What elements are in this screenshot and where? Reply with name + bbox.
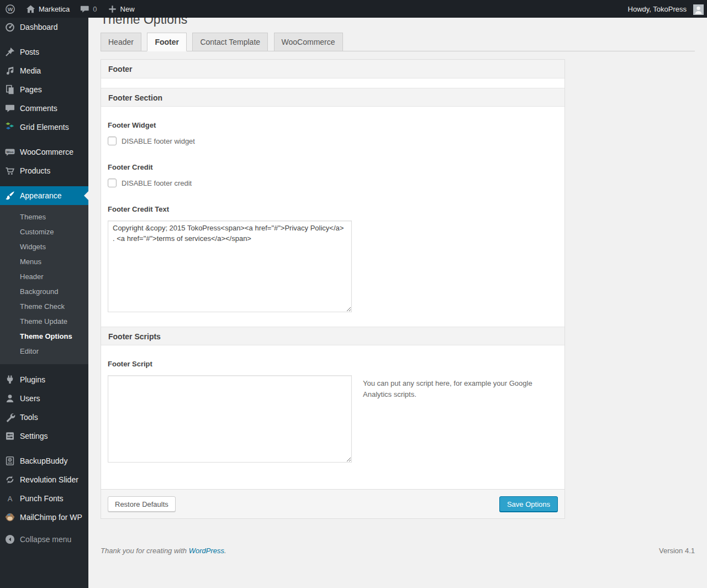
sidebar-item-label: Users [20, 394, 40, 403]
sidebar-item-media[interactable]: Media [0, 61, 88, 80]
settings-sliders-icon [4, 431, 15, 442]
tab-woocommerce[interactable]: WooCommerce [274, 33, 343, 51]
sidebar-item-revolution-slider[interactable]: Revolution Slider [0, 470, 88, 489]
footer-script-textarea[interactable] [108, 375, 352, 463]
sidebar-item-users[interactable]: Users [0, 389, 88, 408]
menu-separator [0, 136, 88, 143]
appearance-submenu: Themes Customize Widgets Menus Header Ba… [0, 205, 88, 364]
wordpress-link[interactable]: WordPress [189, 547, 224, 555]
sidebar-subitem-theme-update[interactable]: Theme Update [0, 314, 88, 329]
tab-header[interactable]: Header [101, 33, 141, 51]
footer-section-title: Footer Section [101, 88, 564, 107]
cart-icon [4, 165, 15, 176]
letter-a-icon: A [4, 493, 15, 504]
wp-logo-menu[interactable]: W [0, 0, 20, 18]
footer-script-help-text: You can put any script here, for example… [363, 378, 534, 400]
tab-footer[interactable]: Footer [147, 33, 187, 51]
pages-icon [4, 84, 15, 95]
comments-icon [4, 103, 15, 114]
disable-footer-widget-checkbox[interactable] [108, 136, 117, 145]
sidebar-subitem-theme-check[interactable]: Theme Check [0, 299, 88, 314]
sidebar-item-label: Products [20, 166, 50, 175]
howdy-label: Howdy, TokoPress [628, 5, 687, 13]
sidebar-subitem-customize[interactable]: Customize [0, 224, 88, 239]
svg-text:A: A [8, 495, 13, 503]
admin-bar-left: W Marketica 0 New [0, 0, 140, 18]
svg-text:W: W [8, 6, 13, 12]
restore-defaults-button[interactable]: Restore Defaults [108, 496, 176, 512]
footer-scripts-title: Footer Scripts [101, 327, 564, 345]
footer-credit-label: Footer Credit [108, 163, 558, 171]
admin-bar: W Marketica 0 New Howdy, TokoPress [0, 0, 707, 18]
wrench-icon [4, 412, 15, 423]
sidebar-item-plugins[interactable]: Plugins [0, 370, 88, 389]
sidebar-item-grid-elements[interactable]: Grid Elements [0, 118, 88, 136]
sidebar-item-backupbuddy[interactable]: BackupBuddy [0, 452, 88, 470]
footer-credit-text-textarea[interactable]: Copyright &copy; 2015 TokoPress<span><a … [108, 221, 352, 312]
comment-bubble-icon [80, 4, 90, 14]
pushpin-icon [4, 46, 15, 57]
admin-bar-right: Howdy, TokoPress [623, 0, 707, 18]
sidebar-item-label: Dashboard [20, 23, 58, 32]
sidebar-subitem-widgets[interactable]: Widgets [0, 239, 88, 254]
sidebar-item-posts[interactable]: Posts [0, 43, 88, 61]
box-gap [101, 78, 564, 88]
sidebar-subitem-themes[interactable]: Themes [0, 209, 88, 224]
sidebar-subitem-background[interactable]: Background [0, 284, 88, 299]
thanks-prefix: Thank you for creating with [101, 547, 189, 555]
account-menu[interactable]: Howdy, TokoPress [623, 0, 707, 18]
theme-options-panel: Footer Footer Section Footer Widget DISA… [101, 59, 565, 519]
collapse-menu-button[interactable]: Collapse menu [0, 530, 88, 549]
footer-thanks-text: Thank you for creating with WordPress. [101, 547, 226, 555]
mailchimp-monkey-icon [4, 512, 15, 523]
footer-credit-text-label: Footer Credit Text [108, 205, 558, 213]
grid-elements-icon [4, 122, 15, 133]
sidebar-subitem-menus[interactable]: Menus [0, 254, 88, 269]
sidebar-item-label: MailChimp for WP [20, 513, 82, 522]
media-icon [4, 65, 15, 76]
avatar [693, 4, 702, 13]
save-options-button[interactable]: Save Options [499, 496, 558, 512]
version-label: Version 4.1 [659, 547, 695, 555]
refresh-arrows-icon [4, 474, 15, 485]
comments-shortcut[interactable]: 0 [75, 0, 102, 18]
sidebar-subitem-theme-options[interactable]: Theme Options [0, 329, 88, 344]
disable-footer-credit-checkbox[interactable] [108, 179, 117, 187]
panel-action-bar: Restore Defaults Save Options [101, 489, 564, 518]
sidebar-item-woocommerce[interactable]: Woo WooCommerce [0, 143, 88, 161]
sidebar-item-appearance[interactable]: Appearance [0, 186, 88, 205]
disable-footer-widget-option[interactable]: DISABLE footer widget [108, 136, 558, 145]
sidebar-item-products[interactable]: Products [0, 161, 88, 180]
sidebar-item-punch-fonts[interactable]: A Punch Fonts [0, 489, 88, 508]
sidebar-item-label: Punch Fonts [20, 494, 64, 503]
footer-scripts-content: Footer Script You can put any script her… [101, 345, 564, 489]
sidebar-item-dashboard[interactable]: Dashboard [0, 18, 88, 36]
menu-separator [0, 36, 88, 43]
dashboard-icon [4, 22, 15, 33]
sidebar-item-label: Grid Elements [20, 123, 69, 132]
sidebar-item-pages[interactable]: Pages [0, 80, 88, 99]
comments-count: 0 [93, 5, 97, 13]
sidebar-item-label: WooCommerce [20, 148, 73, 156]
sidebar-item-label: Plugins [20, 375, 45, 384]
site-name-label: Marketica [39, 5, 70, 13]
footer-box-title: Footer [101, 60, 564, 78]
sidebar-subitem-header[interactable]: Header [0, 269, 88, 284]
sidebar-item-mailchimp[interactable]: MailChimp for WP [0, 508, 88, 527]
disable-footer-credit-option[interactable]: DISABLE footer credit [108, 179, 558, 187]
sidebar-item-comments[interactable]: Comments [0, 99, 88, 118]
plus-icon [107, 4, 118, 14]
new-content-menu[interactable]: New [102, 0, 140, 18]
sidebar-item-label: Revolution Slider [20, 475, 78, 484]
sidebar-item-tools[interactable]: Tools [0, 408, 88, 427]
footer-widget-label: Footer Widget [108, 121, 558, 129]
user-icon [4, 393, 15, 404]
tab-contact-template[interactable]: Contact Template [192, 33, 268, 51]
woocommerce-badge-icon: Woo [4, 146, 15, 158]
wordpress-logo-icon: W [5, 4, 15, 14]
sidebar-item-settings[interactable]: Settings [0, 427, 88, 445]
sidebar-subitem-editor[interactable]: Editor [0, 344, 88, 359]
sidebar-item-label: Comments [20, 104, 57, 113]
site-name-menu[interactable]: Marketica [20, 0, 75, 18]
sidebar-item-label: Pages [20, 85, 42, 94]
